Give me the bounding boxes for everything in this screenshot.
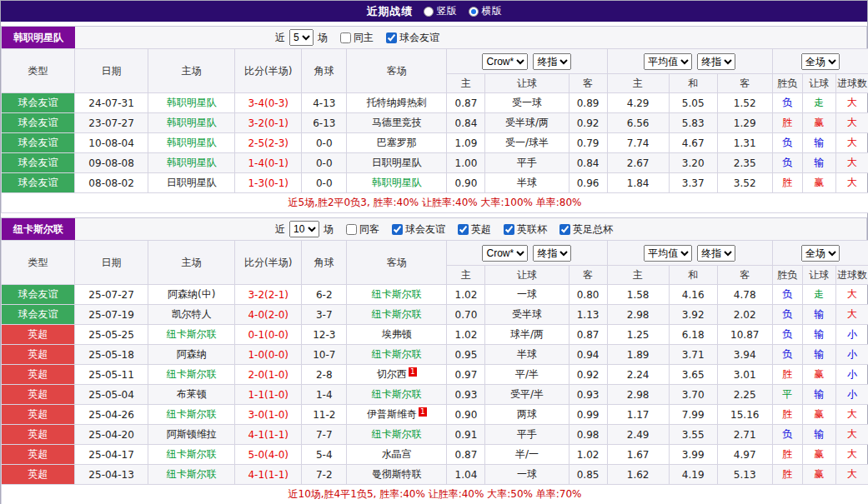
home-team-link[interactable]: 韩职明星队: [167, 97, 217, 108]
sub-header-odds-home: 主: [447, 74, 485, 93]
away-team-link[interactable]: 巴塞罗那: [377, 137, 417, 148]
handicap: 平/半: [485, 365, 569, 385]
home-team-link[interactable]: 日职明星队: [167, 177, 217, 188]
sub-header-result: 胜负: [772, 74, 802, 93]
away-team-link[interactable]: 水晶宫: [382, 448, 412, 460]
filter-checkbox[interactable]: [346, 224, 357, 235]
handicap: 一球: [485, 285, 569, 305]
layout-option-horizontal[interactable]: 横版: [469, 4, 502, 18]
odds-final-select[interactable]: 终指: [533, 53, 571, 70]
filter-option[interactable]: 同客: [346, 222, 379, 237]
odds-select-cell: Crow*终指: [447, 49, 607, 74]
goals-result: 大: [835, 153, 868, 173]
filter-label: 球会友谊: [405, 222, 445, 237]
filter-checkbox[interactable]: [386, 32, 397, 43]
avg-draw: 3.99: [669, 445, 717, 465]
avg-away: 3.94: [717, 345, 772, 365]
home-team-link[interactable]: 纽卡斯尔联: [167, 328, 217, 340]
odds-final-select[interactable]: 终指: [533, 245, 571, 262]
score: 3-4(0-3): [235, 93, 302, 113]
away-team-link[interactable]: 纽卡斯尔联: [372, 288, 422, 300]
filter-option[interactable]: 英联杯: [504, 222, 547, 237]
col-header-home: 主场: [148, 241, 235, 285]
away-team-link[interactable]: 日职明星队: [372, 157, 422, 168]
handicap: 受平/半: [485, 385, 569, 405]
avg-select[interactable]: 平均值: [644, 53, 692, 70]
corner-count: 0-0: [302, 133, 347, 153]
away-team-link[interactable]: 纽卡斯尔联: [372, 348, 422, 360]
away-team-link[interactable]: 伊普斯维奇: [367, 408, 417, 420]
match-type-badge: 球会友谊: [2, 93, 75, 113]
layout-option-vertical[interactable]: 竖版: [424, 4, 457, 18]
scope-select[interactable]: 全场: [801, 245, 840, 262]
filter-option[interactable]: 球会友谊: [386, 31, 439, 45]
avg-away: 4.97: [717, 445, 772, 465]
sub-header-let-result: 让球: [802, 74, 835, 93]
result: 负: [772, 305, 802, 325]
filter-option[interactable]: 同主: [340, 31, 374, 45]
away-team-link[interactable]: 托特纳姆热刺: [367, 97, 427, 108]
avg-home: 4.29: [607, 93, 669, 113]
avg-final-select[interactable]: 终指: [697, 53, 735, 70]
home-team-link[interactable]: 布莱顿: [177, 388, 207, 400]
home-team-link[interactable]: 韩职明星队: [167, 157, 217, 168]
sub-header-avg-away: 客: [717, 266, 772, 285]
away-team-link[interactable]: 马德里竞技: [372, 117, 422, 128]
filter-option[interactable]: 英超: [458, 222, 491, 237]
home-team-link[interactable]: 韩职明星队: [167, 137, 217, 148]
home-team-link[interactable]: 阿森纳(中): [168, 288, 215, 300]
away-team-link[interactable]: 曼彻斯特联: [372, 468, 422, 480]
avg-final-select[interactable]: 终指: [697, 245, 735, 262]
home-team-link[interactable]: 阿森纳: [177, 348, 207, 360]
away-team-link[interactable]: 纽卡斯尔联: [372, 308, 422, 320]
handicap-result: 输: [802, 385, 835, 405]
away-team-link[interactable]: 埃弗顿: [382, 328, 412, 340]
odds-home: 0.93: [447, 385, 485, 405]
home-team-link[interactable]: 阿斯顿维拉: [167, 428, 217, 440]
odds-company-select[interactable]: Crow*: [482, 245, 528, 262]
col-header-date: 日期: [75, 49, 148, 93]
handicap: 半/一: [485, 445, 569, 465]
filter-checkbox[interactable]: [392, 224, 403, 235]
horizontal-layout-radio[interactable]: [469, 7, 479, 17]
match-count-select[interactable]: 10: [289, 221, 319, 237]
goals-result: 大: [835, 405, 868, 425]
avg-away: 10.87: [717, 325, 772, 345]
sub-header-handicap: 让球: [485, 266, 569, 285]
filter-checkbox[interactable]: [458, 224, 469, 235]
home-team-link[interactable]: 纽卡斯尔联: [167, 448, 217, 460]
home-team-link[interactable]: 韩职明星队: [167, 117, 217, 128]
handicap-result: 赢: [802, 405, 835, 425]
home-team-cell: 凯尔特人: [148, 305, 235, 325]
odds-away: 0.92: [569, 113, 607, 133]
vertical-layout-radio[interactable]: [424, 7, 434, 17]
scope-select[interactable]: 全场: [801, 53, 840, 70]
filter-checkbox[interactable]: [504, 224, 514, 235]
goals-result: 大: [835, 285, 868, 305]
match-date: 25-05-04: [75, 385, 148, 405]
home-team-link[interactable]: 凯尔特人: [172, 308, 212, 320]
away-team-link[interactable]: 纽卡斯尔联: [372, 428, 422, 440]
home-team-link[interactable]: 纽卡斯尔联: [167, 408, 217, 420]
odds-home: 1.02: [447, 285, 485, 305]
odds-home: 1.04: [447, 465, 485, 485]
filter-checkbox[interactable]: [559, 224, 570, 235]
match-count-select[interactable]: 5: [289, 29, 314, 46]
avg-select[interactable]: 平均值: [644, 245, 692, 262]
filter-option[interactable]: 英足总杯: [559, 222, 613, 237]
score: 4-1(1-1): [235, 425, 302, 445]
odds-away: 0.84: [569, 153, 607, 173]
result: 负: [772, 285, 802, 305]
away-team-link[interactable]: 韩职明星队: [372, 177, 422, 188]
filter-checkbox[interactable]: [340, 32, 351, 43]
away-team-link[interactable]: 纽卡斯尔联: [372, 388, 422, 400]
handicap-result: 赢: [802, 465, 835, 485]
sub-header-avg-away: 客: [717, 74, 772, 93]
col-header-score: 比分(半场): [235, 49, 302, 93]
match-row: 英超25-04-17纽卡斯尔联5-0(4-0)5-4水晶宫0.87半/一1.02…: [2, 445, 868, 465]
home-team-link[interactable]: 纽卡斯尔联: [167, 468, 217, 480]
odds-company-select[interactable]: Crow*: [482, 53, 528, 70]
home-team-link[interactable]: 纽卡斯尔联: [167, 368, 217, 380]
filter-option[interactable]: 球会友谊: [392, 222, 445, 237]
away-team-link[interactable]: 切尔西: [377, 368, 407, 380]
